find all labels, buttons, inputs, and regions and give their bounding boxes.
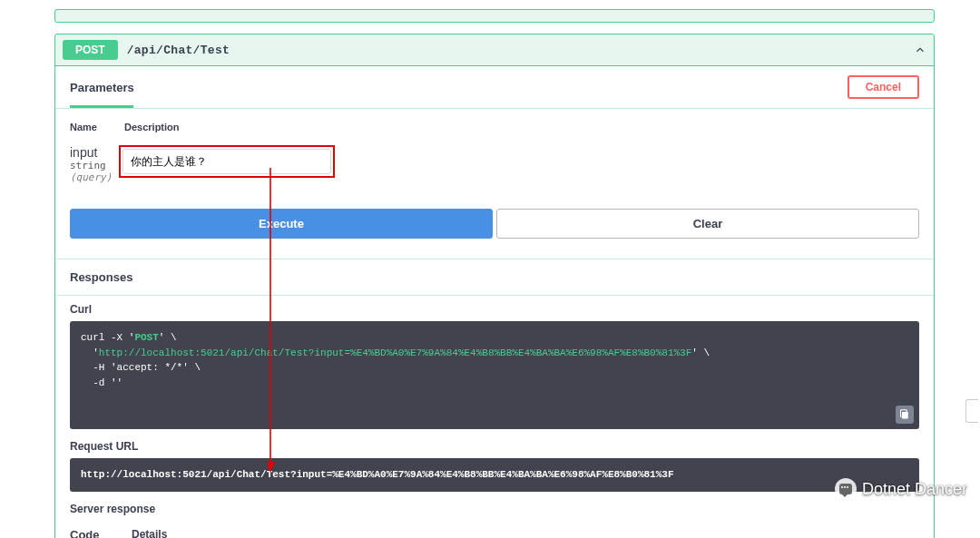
side-handle[interactable]: [965, 399, 978, 423]
parameters-bar: Parameters Cancel: [55, 66, 934, 108]
request-url-label: Request URL: [70, 440, 919, 453]
curl-text: curl -X 'POST' \ 'http://localhost:5021/…: [81, 332, 710, 388]
server-response-label: Server response: [70, 503, 919, 515]
parameters-title: Parameters: [70, 81, 134, 94]
responses-title: Responses: [55, 259, 934, 296]
prev-endpoint-collapsed[interactable]: [54, 9, 935, 23]
method-badge: POST: [63, 40, 118, 60]
page-root: POST /api/Chat/Test Parameters Cancel Na…: [54, 9, 935, 538]
highlight-box-input: [119, 145, 335, 178]
endpoint-header[interactable]: POST /api/Chat/Test: [55, 34, 934, 65]
action-row: Execute Clear: [55, 187, 934, 248]
curl-label: Curl: [70, 303, 919, 316]
parameter-meta: input string (query): [70, 145, 124, 183]
code-header: Code: [70, 528, 106, 539]
col-name-header: Name: [70, 122, 124, 132]
chevron-up-icon[interactable]: [914, 44, 926, 56]
request-url-text: http://localhost:5021/api/Chat/Test?inpu…: [81, 469, 674, 480]
server-response-section: Server response: [55, 495, 934, 515]
parameters-columns: Name Description: [70, 122, 919, 132]
details-header: Details: [132, 528, 167, 539]
param-type: string: [70, 160, 124, 171]
parameters-table: Name Description input string (query): [55, 109, 934, 187]
request-url-section: Request URL http://localhost:5021/api/Ch…: [55, 433, 934, 495]
param-input[interactable]: [122, 149, 331, 174]
execute-button[interactable]: Execute: [70, 209, 493, 239]
copy-curl-icon[interactable]: [896, 406, 914, 424]
col-desc-header: Description: [124, 122, 919, 132]
response-columns: Code Details: [55, 521, 934, 539]
clear-button[interactable]: Clear: [496, 209, 919, 239]
parameter-row: input string (query): [70, 145, 919, 183]
curl-section: Curl curl -X 'POST' \ 'http://localhost:…: [55, 296, 934, 433]
cancel-button[interactable]: Cancel: [848, 75, 919, 99]
endpoint-body: Parameters Cancel Name Description input…: [55, 65, 934, 538]
param-in: (query): [70, 171, 124, 183]
endpoint-block: POST /api/Chat/Test Parameters Cancel Na…: [54, 34, 935, 538]
param-name: input: [70, 145, 124, 160]
request-url-block: http://localhost:5021/api/Chat/Test?inpu…: [70, 458, 919, 492]
curl-block: curl -X 'POST' \ 'http://localhost:5021/…: [70, 321, 919, 429]
param-input-cell: [124, 145, 919, 178]
endpoint-path: /api/Chat/Test: [127, 44, 230, 57]
